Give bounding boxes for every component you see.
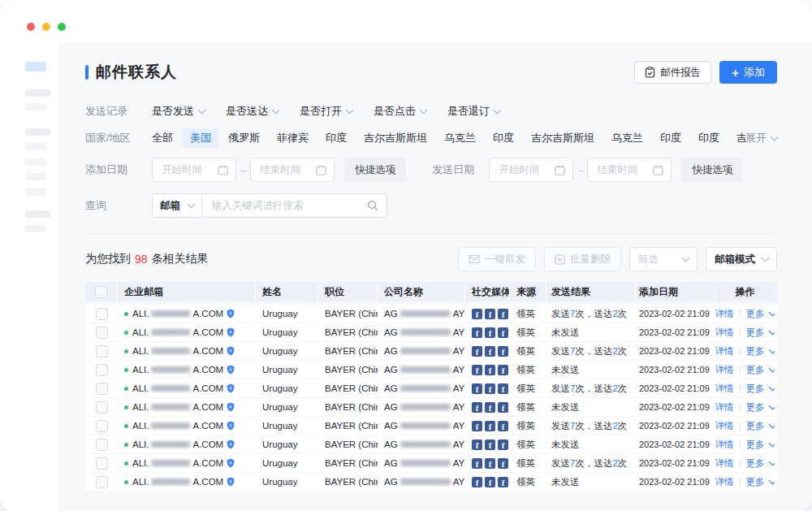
facebook-icon[interactable]: f (485, 458, 495, 469)
expand-toggle[interactable]: 展开 (745, 131, 777, 145)
send-date-start-input[interactable] (489, 158, 573, 182)
mailbox-mode-select[interactable]: 邮箱模式 (706, 247, 777, 271)
detail-link[interactable]: 详情 (715, 457, 734, 470)
detail-link[interactable]: 详情 (715, 327, 734, 339)
sidebar-item-skeleton[interactable] (25, 210, 50, 218)
facebook-icon[interactable]: f (472, 402, 482, 413)
more-link[interactable]: 更多 (746, 439, 775, 451)
send-filter-dropdown[interactable]: 是否退订 (447, 104, 500, 119)
country-tag[interactable]: 印度 (660, 131, 681, 145)
bulk-send-button[interactable]: 一键群发 (458, 247, 536, 271)
detail-link[interactable]: 详情 (715, 308, 734, 320)
sidebar-item-skeleton[interactable] (25, 89, 50, 97)
country-tag[interactable]: 全部 (152, 131, 173, 145)
facebook-icon[interactable]: f (485, 402, 495, 413)
country-tag[interactable]: 菲律宾 (277, 131, 309, 145)
send-filter-dropdown[interactable]: 是否打开 (300, 104, 352, 119)
add-date-end-field[interactable] (258, 163, 316, 176)
shield-verify-icon[interactable] (227, 458, 235, 468)
search-input[interactable] (210, 199, 367, 212)
add-date-end-input[interactable] (250, 158, 335, 182)
select-all-checkbox[interactable] (95, 286, 107, 298)
country-tag[interactable]: 吉尔吉斯斯坦 (736, 131, 745, 145)
facebook-icon[interactable]: f (485, 440, 495, 450)
send-filter-dropdown[interactable]: 是否点击 (374, 104, 426, 119)
facebook-icon[interactable]: f (498, 383, 508, 394)
shield-verify-icon[interactable] (227, 346, 235, 356)
country-tag[interactable]: 印度 (493, 131, 514, 145)
country-tag[interactable]: 俄罗斯 (228, 131, 260, 145)
facebook-icon[interactable]: f (472, 346, 482, 357)
facebook-icon[interactable]: f (485, 383, 495, 394)
detail-link[interactable]: 详情 (715, 401, 734, 414)
add-date-start-field[interactable] (160, 163, 218, 176)
more-link[interactable]: 更多 (746, 420, 775, 432)
facebook-icon[interactable]: f (472, 383, 482, 394)
sidebar-item-active-skeleton[interactable] (25, 62, 46, 71)
facebook-icon[interactable]: f (472, 309, 482, 319)
send-filter-dropdown[interactable]: 是否送达 (226, 104, 279, 119)
facebook-icon[interactable]: f (485, 421, 495, 431)
query-type-select[interactable]: 邮箱 (152, 193, 202, 218)
facebook-icon[interactable]: f (498, 346, 508, 357)
facebook-icon[interactable]: f (498, 327, 508, 338)
more-link[interactable]: 更多 (746, 345, 775, 357)
close-window-button[interactable] (27, 23, 35, 31)
row-checkbox[interactable] (96, 420, 108, 432)
sidebar-item-skeleton[interactable] (25, 103, 46, 110)
shield-verify-icon[interactable] (227, 421, 235, 431)
shield-verify-icon[interactable] (227, 402, 235, 412)
more-link[interactable]: 更多 (746, 476, 775, 488)
send-filter-dropdown[interactable]: 是否发送 (152, 104, 205, 119)
facebook-icon[interactable]: f (485, 477, 495, 487)
more-link[interactable]: 更多 (746, 457, 775, 470)
facebook-icon[interactable]: f (472, 327, 482, 338)
facebook-icon[interactable]: f (498, 440, 508, 450)
sidebar-item-skeleton[interactable] (25, 173, 46, 180)
bulk-delete-button[interactable]: 批量删除 (544, 247, 621, 271)
shield-verify-icon[interactable] (227, 383, 235, 393)
minimize-window-button[interactable] (42, 23, 50, 31)
facebook-icon[interactable]: f (472, 458, 482, 469)
filter-select[interactable]: 筛选 (629, 247, 698, 271)
row-checkbox[interactable] (96, 364, 108, 376)
facebook-icon[interactable]: f (498, 458, 508, 469)
sidebar-item-skeleton[interactable] (25, 188, 46, 196)
more-link[interactable]: 更多 (746, 401, 775, 414)
mail-report-button[interactable]: 邮件报告 (634, 61, 711, 84)
shield-verify-icon[interactable] (227, 440, 235, 449)
facebook-icon[interactable]: f (498, 402, 508, 413)
facebook-icon[interactable]: f (472, 477, 482, 487)
detail-link[interactable]: 详情 (715, 420, 734, 432)
detail-link[interactable]: 详情 (715, 345, 734, 357)
send-date-start-field[interactable] (497, 163, 555, 176)
detail-link[interactable]: 详情 (715, 476, 734, 488)
maximize-window-button[interactable] (58, 23, 66, 31)
country-tag[interactable]: 吉尔吉斯斯坦 (364, 131, 427, 145)
send-date-end-input[interactable] (587, 158, 672, 182)
facebook-icon[interactable]: f (485, 365, 495, 375)
more-link[interactable]: 更多 (746, 327, 775, 339)
shield-verify-icon[interactable] (227, 477, 235, 487)
sidebar-item-skeleton[interactable] (25, 225, 46, 232)
add-date-quick-options-button[interactable]: 快捷选项 (344, 158, 406, 182)
row-checkbox[interactable] (96, 308, 108, 320)
detail-link[interactable]: 详情 (715, 364, 734, 376)
more-link[interactable]: 更多 (746, 383, 775, 395)
facebook-icon[interactable]: f (498, 477, 508, 487)
facebook-icon[interactable]: f (472, 365, 482, 375)
facebook-icon[interactable]: f (485, 327, 495, 338)
facebook-icon[interactable]: f (498, 365, 508, 375)
country-tag[interactable]: 吉尔吉斯斯坦 (531, 131, 594, 145)
country-tag[interactable]: 印度 (698, 131, 719, 145)
facebook-icon[interactable]: f (485, 309, 495, 319)
sidebar-item-skeleton[interactable] (25, 143, 46, 150)
facebook-icon[interactable]: f (485, 346, 495, 357)
more-link[interactable]: 更多 (746, 308, 775, 320)
facebook-icon[interactable]: f (498, 309, 508, 319)
shield-verify-icon[interactable] (227, 309, 235, 318)
row-checkbox[interactable] (96, 327, 108, 339)
row-checkbox[interactable] (96, 439, 108, 451)
row-checkbox[interactable] (96, 476, 108, 488)
country-tag[interactable]: 乌克兰 (444, 131, 476, 145)
